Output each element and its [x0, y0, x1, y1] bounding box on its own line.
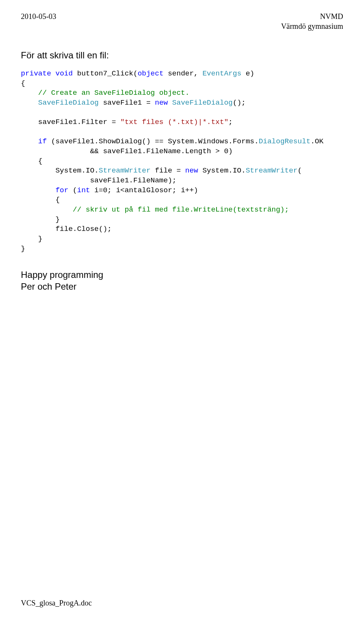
header-org2: Värmdö gymnasium	[281, 21, 343, 31]
kw-object: object	[138, 69, 163, 78]
type-savefiledialog: SaveFileDialog	[172, 99, 233, 107]
kw-new: new	[185, 166, 198, 175]
code-text: saveFile1.FileName);	[21, 176, 176, 185]
page: 2010-05-03 NVMD Värmdö gymnasium För att…	[0, 0, 364, 618]
code-text: (	[298, 166, 302, 175]
kw-if: if	[38, 137, 47, 146]
code-text: file.Close();	[21, 225, 111, 233]
code-text: }	[21, 215, 60, 224]
code-text: i=0; i<antalGlosor; i++)	[90, 186, 198, 194]
code-text: ;	[228, 118, 232, 126]
page-footer: VCS_glosa_ProgA.doc	[21, 599, 92, 607]
section-heading: För att skriva till en fil:	[21, 50, 343, 61]
code-text: saveFile1 =	[99, 99, 155, 107]
code-text: saveFile1.Filter =	[21, 118, 120, 126]
code-text	[21, 99, 38, 107]
type-streamwriter: StreamWriter	[99, 166, 151, 175]
kw-new: new	[155, 99, 168, 107]
type-dialogresult: DialogResult	[259, 137, 311, 146]
string-literal: "txt files (*.txt)|*.txt"	[120, 118, 228, 126]
closing-line1: Happy programming	[21, 269, 343, 281]
header-org1: NVMD	[281, 11, 343, 21]
code-text	[51, 69, 55, 78]
code-text: {	[21, 157, 42, 165]
code-block: private void button7_Click(object sender…	[21, 69, 343, 254]
code-text: button7_Click(	[73, 69, 138, 78]
code-text: }	[21, 245, 25, 253]
code-text	[21, 108, 25, 117]
code-text: {	[21, 79, 25, 88]
comment: // Create an SaveFileDialog object.	[38, 89, 190, 97]
code-text	[168, 99, 172, 107]
code-text	[21, 89, 38, 97]
type-eventargs: EventArgs	[202, 69, 242, 78]
code-text: sender,	[163, 69, 202, 78]
type-streamwriter: StreamWriter	[246, 166, 298, 175]
code-text: }	[21, 235, 42, 243]
code-text: (	[68, 186, 77, 194]
type-savefiledialog: SaveFileDialog	[38, 99, 99, 107]
code-text: {	[21, 196, 60, 204]
comment: // skriv ut på fil med file.WriteLine(te…	[73, 205, 289, 214]
code-text: e)	[242, 69, 254, 78]
closing-line2: Per och Peter	[21, 281, 343, 292]
code-text: ();	[233, 99, 246, 107]
code-text	[21, 137, 38, 146]
kw-private: private	[21, 69, 51, 78]
code-text	[21, 128, 25, 136]
code-text: && saveFile1.FileName.Length > 0)	[21, 147, 233, 155]
code-text: System.IO.	[21, 166, 99, 175]
code-text: System.IO.	[198, 166, 246, 175]
header-right: NVMD Värmdö gymnasium	[281, 11, 343, 31]
page-header: 2010-05-03 NVMD Värmdö gymnasium	[21, 11, 343, 31]
code-text: .OK	[311, 137, 323, 146]
closing: Happy programming Per och Peter	[21, 269, 343, 292]
header-date: 2010-05-03	[21, 11, 56, 31]
code-text	[21, 205, 73, 214]
code-text	[21, 186, 55, 194]
kw-for: for	[55, 186, 68, 194]
kw-void: void	[55, 69, 73, 78]
code-text: (saveFile1.ShowDialog() == System.Window…	[47, 137, 259, 146]
kw-int: int	[77, 186, 90, 194]
code-text: file =	[151, 166, 185, 175]
